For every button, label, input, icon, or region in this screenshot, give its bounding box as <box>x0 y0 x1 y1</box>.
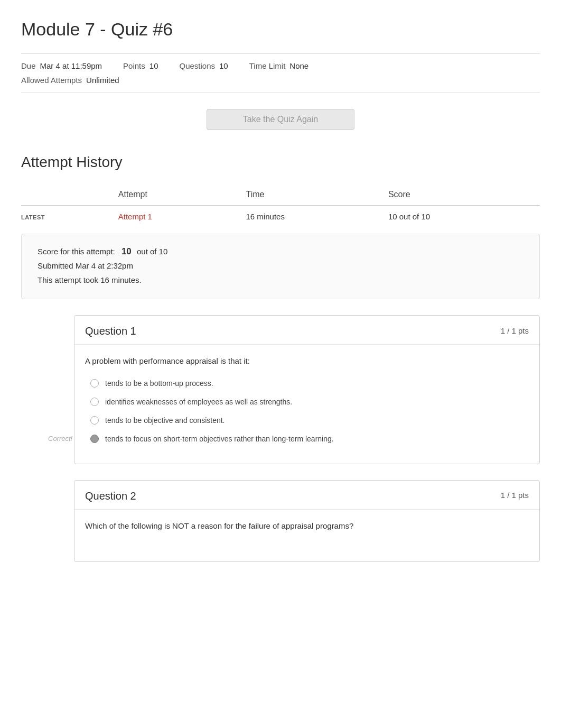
attempt-score-line: Score for this attempt: 10 out of 10 <box>38 245 523 259</box>
question-block-1: Question 1 1 / 1 pts A problem with perf… <box>74 315 540 464</box>
attempt-detail-box: Score for this attempt: 10 out of 10 Sub… <box>21 234 540 300</box>
option-text: identifies weaknesses of employees as we… <box>105 397 292 408</box>
option-text: tends to be a bottom-up process. <box>105 378 213 389</box>
question-footer <box>74 450 539 464</box>
time-limit-value: None <box>289 60 308 72</box>
answer-options: tends to be a bottom-up process. identif… <box>85 378 529 445</box>
question-footer <box>74 548 539 561</box>
meta-questions: Questions 10 <box>179 60 228 72</box>
radio-icon <box>90 379 99 388</box>
col-time: Time <box>246 184 388 206</box>
points-label: Points <box>123 60 145 72</box>
points-value: 10 <box>149 60 158 72</box>
due-label: Due <box>21 60 36 72</box>
radio-icon <box>90 435 99 443</box>
answer-option-4: Correct! tends to focus on short-term ob… <box>90 434 523 445</box>
question-text: Which of the following is NOT a reason f… <box>85 520 529 532</box>
attempt-table-header-row: Attempt Time Score <box>21 184 540 206</box>
attempt-table-row: LATEST Attempt 1 16 minutes 10 out of 10 <box>21 206 540 228</box>
question-body: Which of the following is NOT a reason f… <box>74 510 539 548</box>
question-pts: 1 / 1 pts <box>501 490 529 502</box>
attempt-time: 16 minutes <box>246 206 388 228</box>
allowed-attempts-value: Unlimited <box>86 75 119 87</box>
score-out-of: out of 10 <box>137 247 167 256</box>
score-label: Score for this attempt: <box>38 247 115 256</box>
answer-option-1: tends to be a bottom-up process. <box>90 378 523 389</box>
col-attempt: Attempt <box>118 184 246 206</box>
attempt-score: 10 out of 10 <box>388 206 540 228</box>
question-pts: 1 / 1 pts <box>501 325 529 337</box>
quiz-meta-bar: Due Mar 4 at 11:59pm Points 10 Questions… <box>21 53 540 93</box>
question-header: Question 2 1 / 1 pts <box>74 481 539 510</box>
question-body: A problem with performance appraisal is … <box>74 345 539 450</box>
meta-time-limit: Time Limit None <box>249 60 308 72</box>
answer-option-3: tends to be objective and consistent. <box>90 415 523 426</box>
questions-label: Questions <box>179 60 215 72</box>
submitted-line: Submitted Mar 4 at 2:32pm <box>38 260 523 272</box>
question-title: Question 1 <box>85 323 136 339</box>
attempt-link-cell[interactable]: Attempt 1 <box>118 206 246 228</box>
page-container: Module 7 - Quiz #6 Due Mar 4 at 11:59pm … <box>0 0 561 594</box>
option-text: tends to focus on short-term objectives … <box>105 434 334 445</box>
question-title: Question 2 <box>85 488 136 504</box>
duration-line: This attempt took 16 minutes. <box>38 274 523 287</box>
questions-area: Question 1 1 / 1 pts A problem with perf… <box>74 315 540 562</box>
questions-value: 10 <box>219 60 228 72</box>
latest-badge: LATEST <box>21 206 118 228</box>
time-limit-label: Time Limit <box>249 60 286 72</box>
question-header: Question 1 1 / 1 pts <box>74 316 539 345</box>
page-title: Module 7 - Quiz #6 <box>21 16 540 43</box>
attempt-table: Attempt Time Score LATEST Attempt 1 16 m… <box>21 184 540 228</box>
meta-allowed-attempts: Allowed Attempts Unlimited <box>21 75 119 87</box>
question-block-2: Question 2 1 / 1 pts Which of the follow… <box>74 480 540 563</box>
col-score: Score <box>388 184 540 206</box>
meta-row-2: Allowed Attempts Unlimited <box>21 75 540 87</box>
score-value: 10 <box>121 246 132 256</box>
question-text: A problem with performance appraisal is … <box>85 355 529 367</box>
due-value: Mar 4 at 11:59pm <box>40 60 102 72</box>
option-text: tends to be objective and consistent. <box>105 415 225 426</box>
take-quiz-button[interactable]: Take the Quiz Again <box>207 109 354 130</box>
attempt-link[interactable]: Attempt 1 <box>118 212 152 221</box>
allowed-attempts-label: Allowed Attempts <box>21 75 82 87</box>
meta-points: Points 10 <box>123 60 158 72</box>
correct-label: Correct! <box>48 434 72 444</box>
meta-due: Due Mar 4 at 11:59pm <box>21 60 102 72</box>
radio-icon <box>90 416 99 425</box>
meta-row-1: Due Mar 4 at 11:59pm Points 10 Questions… <box>21 60 540 72</box>
radio-icon <box>90 398 99 406</box>
col-blank <box>21 184 118 206</box>
answer-option-2: identifies weaknesses of employees as we… <box>90 397 523 408</box>
attempt-history-title: Attempt History <box>21 151 540 173</box>
